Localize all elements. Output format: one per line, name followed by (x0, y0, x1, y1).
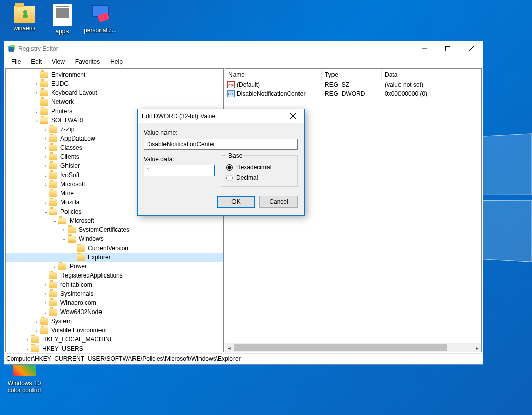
scroll-thumb[interactable] (234, 344, 447, 351)
tree-node[interactable]: ›Wow6432Node (6, 307, 223, 317)
value-data-input[interactable] (144, 165, 215, 176)
col-type[interactable]: Type (322, 70, 382, 80)
folder-icon (49, 126, 57, 133)
tree-node[interactable]: ›Power (6, 262, 223, 271)
expand-icon[interactable]: › (33, 90, 40, 96)
expand-icon[interactable]: › (33, 109, 40, 114)
expand-icon[interactable]: › (24, 346, 31, 352)
list-header[interactable]: Name Type Data (225, 69, 481, 80)
tree-node[interactable]: ›Volatile Environment (6, 326, 223, 335)
expand-icon[interactable]: › (42, 182, 49, 187)
tree-node[interactable]: ›Keyboard Layout (6, 88, 223, 97)
radio-hex-input[interactable] (226, 164, 233, 171)
maximize-button[interactable] (436, 41, 459, 56)
tree-label: Windows (78, 235, 105, 243)
menu-edit[interactable]: Edit (26, 57, 47, 67)
tree-label: Classes (59, 144, 83, 152)
folder-icon (58, 263, 66, 270)
dialog-titlebar[interactable]: Edit DWORD (32-bit) Value (138, 109, 304, 123)
base-group: Base Hexadecimal Decimal (221, 155, 298, 187)
col-name[interactable]: Name (225, 70, 322, 80)
cancel-button[interactable]: Cancel (259, 196, 298, 208)
tree-label: HKEY_USERS (41, 344, 84, 352)
desktop-icon-apps[interactable]: apps (43, 3, 81, 35)
tree-label: Policies (59, 208, 82, 216)
ok-button[interactable]: OK (217, 196, 255, 208)
tree-node[interactable]: ›SystemCertificates (6, 225, 223, 234)
expand-icon[interactable]: › (60, 227, 68, 233)
folder-icon (77, 245, 85, 252)
horizontal-scrollbar[interactable]: ◄ ► (225, 343, 481, 352)
tree-node[interactable]: ›RegisteredApplications (6, 271, 223, 280)
tree-node[interactable]: ›CurrentVersion (6, 244, 223, 253)
tree-node[interactable]: ›Environment (6, 70, 223, 79)
collapse-icon[interactable]: ⌄ (42, 209, 49, 214)
tree-node[interactable]: ›Explorer (6, 253, 223, 262)
collapse-icon[interactable]: ⌄ (33, 117, 40, 123)
value-type: REG_DWORD (322, 90, 382, 97)
value-name-input[interactable] (144, 139, 298, 150)
expand-icon[interactable]: › (42, 145, 49, 151)
tree-node[interactable]: ›HKEY_LOCAL_MACHINE (6, 335, 223, 344)
menu-view[interactable]: View (47, 57, 70, 67)
expand-icon[interactable]: › (42, 163, 49, 169)
menu-help[interactable]: Help (105, 57, 128, 67)
list-row[interactable]: ab(Default)REG_SZ(value not set) (225, 80, 481, 89)
menu-file[interactable]: File (6, 57, 26, 67)
desktop-icon-personalization[interactable]: personaliz... (81, 3, 119, 34)
value-data: (value not set) (382, 81, 481, 88)
folder-icon (49, 199, 57, 206)
titlebar[interactable]: Registry Editor (4, 41, 483, 56)
tree-node[interactable]: ›Network (6, 97, 223, 107)
expand-icon[interactable]: › (33, 81, 40, 87)
scroll-left-arrow[interactable]: ◄ (225, 343, 234, 352)
folder-icon (49, 209, 57, 215)
expand-icon[interactable]: › (33, 319, 40, 324)
folder-icon (49, 172, 57, 179)
dialog-title: Edit DWORD (32-bit) Value (142, 113, 286, 120)
radio-hexadecimal[interactable]: Hexadecimal (226, 164, 292, 171)
expand-icon[interactable]: › (42, 200, 49, 205)
expand-icon[interactable]: › (33, 328, 40, 333)
col-data[interactable]: Data (382, 70, 481, 80)
tree-node[interactable]: ›Sysinternals (6, 289, 223, 298)
minimize-button[interactable] (413, 41, 436, 56)
tree-node[interactable]: ⌄Microsoft (6, 216, 223, 225)
collapse-icon[interactable]: ⌄ (51, 218, 58, 223)
desktop-icon-label: apps (43, 28, 81, 35)
tree-node[interactable]: ›System (6, 317, 223, 326)
expand-icon[interactable]: › (24, 337, 31, 342)
radio-decimal[interactable]: Decimal (226, 174, 292, 181)
close-button[interactable] (459, 41, 483, 56)
expand-icon[interactable]: › (42, 300, 49, 306)
expand-icon[interactable]: › (42, 282, 49, 288)
folder-icon (31, 345, 39, 352)
collapse-icon[interactable]: ⌄ (60, 236, 68, 241)
string-value-icon: ab (227, 81, 235, 88)
dialog-close-button[interactable] (286, 110, 300, 123)
tree-node[interactable]: ›Winaero.com (6, 298, 223, 307)
expand-icon[interactable]: › (42, 154, 49, 160)
expand-icon[interactable]: › (42, 291, 49, 297)
scroll-right-arrow[interactable]: ► (473, 343, 481, 352)
value-type: REG_SZ (322, 81, 382, 88)
radio-dec-input[interactable] (226, 175, 233, 181)
desktop-icon-winaero[interactable]: winaero (5, 3, 43, 32)
svg-rect-1 (23, 14, 28, 18)
list-row[interactable]: 110DisableNotificationCenterREG_DWORD0x0… (225, 89, 481, 98)
expand-icon[interactable]: › (42, 127, 49, 132)
tree-node[interactable]: ›rohitab.com (6, 280, 223, 289)
tree-label: CurrentVersion (87, 244, 129, 252)
expand-icon[interactable]: › (51, 264, 58, 269)
menu-favorites[interactable]: Favorites (70, 57, 105, 67)
dword-value-icon: 110 (227, 90, 235, 97)
tree-node[interactable]: ›HKEY_USERS (6, 344, 223, 352)
expand-icon[interactable]: › (42, 172, 49, 178)
folder-icon (58, 218, 66, 224)
tree-label: Printers (50, 107, 73, 115)
tree-node[interactable]: ⌄Windows (6, 234, 223, 244)
expand-icon[interactable]: › (42, 309, 49, 315)
folder-icon (40, 117, 48, 124)
expand-icon[interactable]: › (42, 136, 49, 142)
tree-node[interactable]: ›EUDC (6, 79, 223, 88)
